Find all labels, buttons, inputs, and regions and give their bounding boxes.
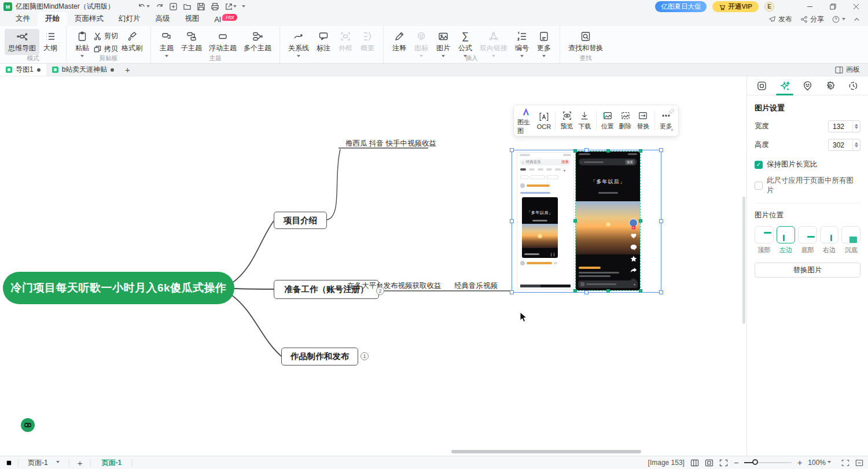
- download-button[interactable]: 下载: [576, 110, 594, 131]
- panel-tab-sticker[interactable]: [797, 76, 817, 95]
- delete-button[interactable]: 删除: [616, 110, 634, 131]
- user-avatar[interactable]: E: [764, 2, 774, 12]
- menu-view[interactable]: 视图: [178, 12, 207, 26]
- position-bottom-button[interactable]: [798, 226, 817, 243]
- apply-all-option[interactable]: 此尺寸应用于页面中所有图片: [747, 176, 868, 195]
- zoom-in-button[interactable]: +: [797, 458, 802, 467]
- outline-mode-button[interactable]: 大纲: [39, 29, 61, 55]
- note-button[interactable]: 注释: [388, 29, 410, 55]
- panel-tab-history[interactable]: [843, 76, 863, 95]
- vip-button[interactable]: 开通VIP: [712, 1, 759, 12]
- resize-handle[interactable]: [584, 148, 589, 152]
- fit-screen-button[interactable]: [719, 459, 728, 467]
- preview-button[interactable]: 预览: [558, 110, 576, 131]
- open-file-button[interactable]: [183, 2, 192, 11]
- minimize-button[interactable]: [801, 1, 818, 13]
- subtopic-button[interactable]: 子主题: [178, 29, 205, 55]
- resize-handle[interactable]: [659, 148, 663, 152]
- selected-image-node[interactable]: ⌕经典音乐搜索 ▾ 「多年以后」 ❘❘ ‹搜索 「多年以后: [512, 150, 661, 293]
- width-input[interactable]: 132: [828, 120, 860, 132]
- zoom-slider-knob[interactable]: [752, 459, 758, 465]
- phone-screenshot-right[interactable]: ‹搜索 「多年以后」 ▾: [576, 152, 640, 290]
- collapse-badge-2[interactable]: 2: [376, 287, 384, 295]
- resize-handle[interactable]: [510, 290, 514, 294]
- zoom-out-button[interactable]: −: [734, 458, 738, 467]
- mindmap-mode-button[interactable]: 思维导图: [5, 29, 39, 55]
- fit-page-button[interactable]: [705, 459, 713, 467]
- menu-home[interactable]: 开始: [38, 12, 67, 26]
- publish-button[interactable]: 发布: [768, 14, 792, 24]
- undo-button[interactable]: [138, 2, 150, 11]
- position-left-button[interactable]: [777, 226, 796, 243]
- height-stepper[interactable]: [852, 139, 860, 150]
- new-doc-tab-button[interactable]: +: [120, 64, 135, 76]
- find-replace-button[interactable]: 查找和替换: [565, 29, 606, 55]
- fullscreen-button[interactable]: [841, 459, 849, 467]
- menu-ai[interactable]: AIHot: [207, 14, 245, 26]
- position-behind-button[interactable]: [841, 226, 860, 243]
- panel-tab-image[interactable]: [775, 76, 795, 95]
- help-button[interactable]: [832, 16, 845, 23]
- menu-advanced[interactable]: 高级: [148, 12, 178, 26]
- customize-toolbar-button[interactable]: [242, 5, 245, 9]
- subtopic-line-2[interactable]: 在各大平台发布视频获取收益: [347, 281, 442, 291]
- resize-handle[interactable]: [510, 148, 514, 152]
- multiple-topics-button[interactable]: 多个主题: [240, 29, 275, 55]
- topic-branch-1[interactable]: 项目介绍: [274, 212, 327, 229]
- height-input[interactable]: 302: [828, 139, 860, 151]
- vertical-scrollbar[interactable]: [742, 197, 745, 324]
- print-button[interactable]: [211, 2, 219, 11]
- zoom-slider[interactable]: [744, 462, 792, 463]
- doc-tab-1[interactable]: 导图1: [0, 64, 46, 76]
- apply-all-checkbox[interactable]: [755, 182, 763, 190]
- central-topic[interactable]: 冷门项目每天听歌一小时月入6k傻瓜式操作: [3, 272, 234, 304]
- redo-button[interactable]: [155, 2, 164, 11]
- floating-topic-button[interactable]: 浮动主题: [205, 29, 240, 55]
- relationship-button[interactable]: 关系线: [285, 29, 312, 61]
- replace-image-button[interactable]: 替换图片: [755, 263, 860, 278]
- page-overview-button[interactable]: [5, 459, 13, 467]
- format-painter-button[interactable]: 格式刷: [118, 29, 146, 55]
- restore-button[interactable]: [824, 1, 841, 13]
- add-page-button[interactable]: +: [74, 458, 86, 468]
- resize-handle[interactable]: [659, 219, 663, 223]
- position-button[interactable]: 位置: [598, 110, 616, 131]
- share-button[interactable]: 分享: [800, 14, 824, 24]
- keep-ratio-checkbox[interactable]: ✓: [755, 161, 763, 169]
- menu-file[interactable]: 文件: [8, 12, 38, 26]
- subtopic-line-1[interactable]: 撸西瓜 抖音 快手中视频收益: [345, 139, 436, 149]
- doc-tab-2[interactable]: b站卖天涯神贴: [46, 64, 120, 76]
- new-document-button[interactable]: [169, 2, 178, 11]
- page-select-dropdown[interactable]: 页面-1: [23, 457, 64, 468]
- export-button[interactable]: [225, 2, 237, 11]
- save-button[interactable]: [197, 2, 205, 11]
- topic-branch-3[interactable]: 作品制作和发布: [281, 348, 358, 365]
- subtopic-line-3[interactable]: 经典音乐视频: [454, 281, 498, 291]
- zoom-level-dropdown[interactable]: 100%: [808, 459, 831, 467]
- position-right-button[interactable]: [820, 226, 839, 243]
- callout-button[interactable]: 标注: [312, 29, 334, 55]
- width-stepper[interactable]: [852, 121, 860, 132]
- horizontal-scrollbar[interactable]: [451, 450, 641, 453]
- mindmap-canvas[interactable]: 冷门项目每天听歌一小时月入6k傻瓜式操作 项目介绍 准备工作（账号注册） 作品制…: [0, 76, 746, 456]
- panel-tab-style[interactable]: [752, 76, 772, 95]
- cut-button[interactable]: 剪切: [93, 31, 118, 41]
- ai-spark-icon[interactable]: ✦: [670, 127, 674, 133]
- position-top-button[interactable]: [755, 226, 774, 243]
- panel-tab-badge[interactable]: [821, 76, 840, 95]
- replace-button[interactable]: 替换: [634, 110, 652, 131]
- resize-handle[interactable]: [584, 290, 589, 294]
- keep-ratio-option[interactable]: ✓ 保持图片长宽比: [747, 160, 868, 169]
- page-tab-active[interactable]: 页面-1: [95, 458, 127, 468]
- multi-page-view-button[interactable]: [690, 459, 699, 467]
- menu-page-style[interactable]: 页面样式: [67, 12, 111, 26]
- collapse-statusbar-button[interactable]: [855, 459, 863, 467]
- board-toggle-button[interactable]: 画板: [827, 64, 868, 76]
- copy-button[interactable]: 拷贝: [93, 44, 118, 54]
- ai-assistant-button[interactable]: [21, 418, 35, 432]
- menu-slides[interactable]: 幻灯片: [111, 12, 148, 26]
- image-to-image-button[interactable]: 图生图: [517, 106, 535, 135]
- close-button[interactable]: [847, 1, 865, 13]
- collapse-ribbon-button[interactable]: [854, 16, 860, 23]
- promo-badge[interactable]: 亿图夏日大促: [655, 1, 707, 12]
